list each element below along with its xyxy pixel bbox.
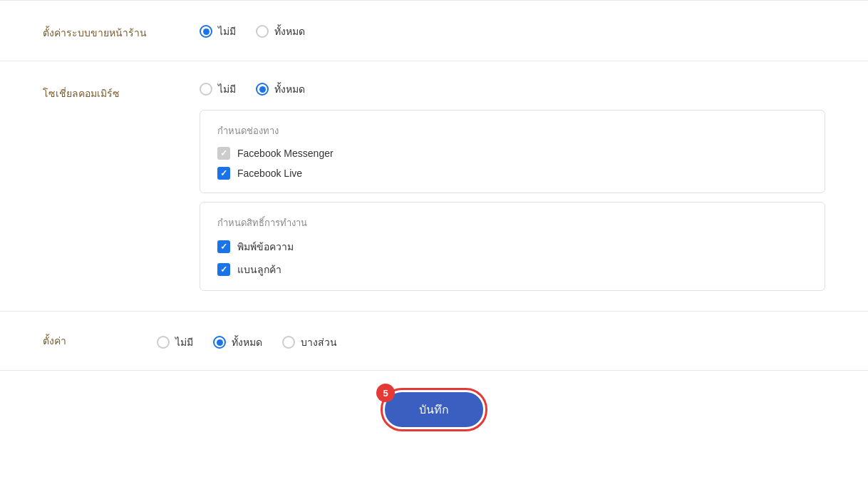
fb-live-checkbox xyxy=(217,167,230,180)
storefront-radio-all xyxy=(256,25,269,38)
ban-customer-label: แบนลูกค้า xyxy=(237,262,281,277)
print-msg-checkbox xyxy=(217,240,230,253)
social-label-none: ไม่มี xyxy=(218,81,236,97)
social-radio-all xyxy=(256,83,269,96)
storefront-radio-group: ไม่มี ทั้งหมด xyxy=(200,21,825,39)
social-option-none[interactable]: ไม่มี xyxy=(200,81,236,97)
channel-box-title: กำหนดช่องทาง xyxy=(217,123,807,138)
social-radio-row: ไม่มี ทั้งหมด xyxy=(200,81,825,97)
price-radio-none xyxy=(157,336,170,349)
price-option-none[interactable]: ไม่มี xyxy=(157,334,193,350)
price-label-partial: บางส่วน xyxy=(301,334,337,350)
storefront-label: ตั้งค่าระบบขายหน้าร้าน xyxy=(43,21,200,41)
social-option-all[interactable]: ทั้งหมด xyxy=(256,81,305,97)
fb-messenger-option[interactable]: Facebook Messenger xyxy=(217,147,807,160)
social-section: โซเชี่ยลคอมเมิร์ซ ไม่มี ทั้งหมด กำหนดช่อ… xyxy=(0,61,868,311)
social-label-all: ทั้งหมด xyxy=(274,81,305,97)
storefront-option-all[interactable]: ทั้งหมด xyxy=(256,24,305,39)
footer-section: 5 บันทึก xyxy=(0,370,868,448)
price-radio-group: ไม่มี ทั้งหมด บางส่วน xyxy=(157,332,337,350)
badge: 5 xyxy=(376,384,395,402)
fb-live-option[interactable]: Facebook Live xyxy=(217,167,807,180)
storefront-label-all: ทั้งหมด xyxy=(274,24,305,39)
price-label-all: ทั้งหมด xyxy=(232,334,262,350)
price-label-none: ไม่มี xyxy=(175,334,193,350)
storefront-content: ไม่มี ทั้งหมด xyxy=(200,21,825,39)
fb-messenger-checkbox xyxy=(217,147,230,160)
fb-messenger-label: Facebook Messenger xyxy=(237,148,334,159)
price-radio-partial xyxy=(282,336,295,349)
social-label: โซเชี่ยลคอมเมิร์ซ xyxy=(43,81,200,101)
price-option-partial[interactable]: บางส่วน xyxy=(282,334,337,350)
storefront-option-none[interactable]: ไม่มี xyxy=(200,24,236,39)
price-section: ตั้งค่า ไม่มี ทั้งหมด บางส่วน xyxy=(0,311,868,370)
storefront-label-none: ไม่มี xyxy=(218,24,236,39)
price-radio-all xyxy=(213,336,226,349)
price-option-all[interactable]: ทั้งหมด xyxy=(213,334,262,350)
page-container: ตั้งค่าระบบขายหน้าร้าน ไม่มี ทั้งหมด โซเ… xyxy=(0,0,868,448)
save-button[interactable]: บันทึก xyxy=(385,392,483,427)
channel-box: กำหนดช่องทาง Facebook Messenger Facebook… xyxy=(200,110,825,193)
social-controls: ไม่มี ทั้งหมด กำหนดช่องทาง Facebook Mess… xyxy=(200,81,825,291)
storefront-radio-none xyxy=(200,25,212,38)
social-radio-none xyxy=(200,83,212,96)
permission-box-title: กำหนดสิทธิ์การทำงาน xyxy=(217,215,807,230)
save-button-wrapper: 5 บันทึก xyxy=(385,392,483,427)
storefront-section: ตั้งค่าระบบขายหน้าร้าน ไม่มี ทั้งหมด xyxy=(0,0,868,61)
permission-box: กำหนดสิทธิ์การทำงาน พิมพ์ข้อความ แบนลูกค… xyxy=(200,202,825,291)
print-msg-option[interactable]: พิมพ์ข้อความ xyxy=(217,239,807,255)
price-label: ตั้งค่า xyxy=(43,333,157,349)
fb-live-label: Facebook Live xyxy=(237,168,302,179)
ban-customer-checkbox xyxy=(217,263,230,276)
ban-customer-option[interactable]: แบนลูกค้า xyxy=(217,262,807,277)
print-msg-label: พิมพ์ข้อความ xyxy=(237,239,294,255)
